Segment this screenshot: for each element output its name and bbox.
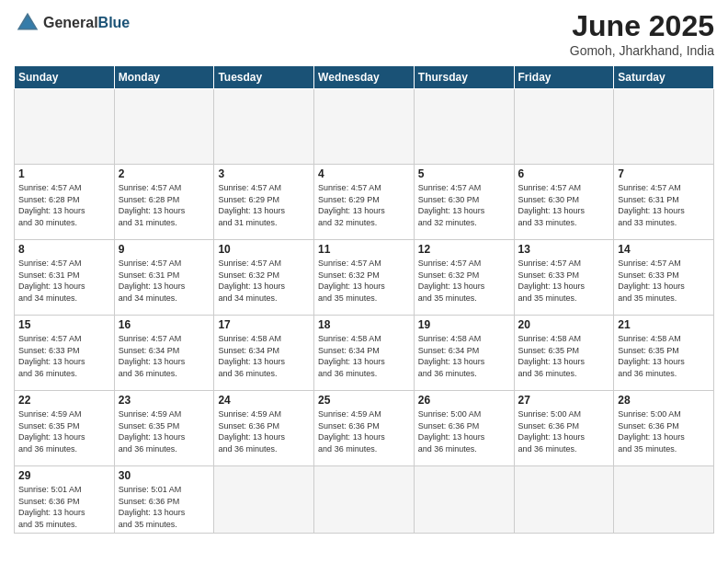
day-info: Sunrise: 4:58 AM Sunset: 6:35 PM Dayligh… — [618, 333, 710, 379]
col-tuesday: Tuesday — [214, 66, 314, 89]
day-number: 9 — [119, 243, 210, 256]
day-info: Sunrise: 4:57 AM Sunset: 6:30 PM Dayligh… — [418, 182, 510, 228]
day-info: Sunrise: 4:57 AM Sunset: 6:28 PM Dayligh… — [18, 182, 110, 228]
title-block: June 2025 Gomoh, Jharkhand, India — [570, 9, 714, 58]
table-row: 1Sunrise: 4:57 AM Sunset: 6:28 PM Daylig… — [15, 165, 115, 240]
day-info: Sunrise: 5:00 AM Sunset: 6:36 PM Dayligh… — [518, 408, 610, 454]
day-info: Sunrise: 4:59 AM Sunset: 6:35 PM Dayligh… — [18, 408, 110, 454]
day-info: Sunrise: 4:57 AM Sunset: 6:31 PM Dayligh… — [119, 258, 210, 304]
calendar-row — [15, 89, 714, 165]
col-friday: Friday — [514, 66, 614, 89]
day-info: Sunrise: 4:57 AM Sunset: 6:30 PM Dayligh… — [518, 182, 610, 228]
table-row — [414, 89, 514, 165]
table-row: 8Sunrise: 4:57 AM Sunset: 6:31 PM Daylig… — [15, 240, 115, 316]
table-row: 17Sunrise: 4:58 AM Sunset: 6:34 PM Dayli… — [214, 316, 314, 391]
day-info: Sunrise: 4:57 AM Sunset: 6:34 PM Dayligh… — [119, 333, 210, 379]
calendar-header-row: Sunday Monday Tuesday Wednesday Thursday… — [15, 66, 714, 89]
day-info: Sunrise: 4:57 AM Sunset: 6:33 PM Dayligh… — [18, 333, 110, 379]
table-row: 19Sunrise: 4:58 AM Sunset: 6:34 PM Dayli… — [414, 316, 514, 391]
day-info: Sunrise: 4:57 AM Sunset: 6:32 PM Dayligh… — [218, 258, 310, 304]
logo-general-text: General — [43, 15, 98, 31]
day-number: 19 — [418, 318, 510, 331]
header: General Blue June 2025 Gomoh, Jharkhand,… — [14, 9, 714, 58]
day-info: Sunrise: 4:57 AM Sunset: 6:32 PM Dayligh… — [418, 258, 510, 304]
day-number: 14 — [618, 243, 710, 256]
day-number: 4 — [318, 167, 410, 180]
table-row — [514, 466, 614, 534]
day-info: Sunrise: 5:01 AM Sunset: 6:36 PM Dayligh… — [18, 484, 110, 530]
day-number: 22 — [18, 394, 110, 407]
month-title: June 2025 — [570, 9, 714, 43]
day-number: 12 — [418, 243, 510, 256]
page: General Blue June 2025 Gomoh, Jharkhand,… — [0, 0, 728, 563]
day-info: Sunrise: 4:59 AM Sunset: 6:36 PM Dayligh… — [218, 408, 310, 454]
calendar-row: 8Sunrise: 4:57 AM Sunset: 6:31 PM Daylig… — [15, 240, 714, 316]
day-number: 25 — [318, 394, 410, 407]
table-row: 23Sunrise: 4:59 AM Sunset: 6:35 PM Dayli… — [114, 391, 214, 466]
day-info: Sunrise: 4:59 AM Sunset: 6:36 PM Dayligh… — [318, 408, 410, 454]
table-row: 13Sunrise: 4:57 AM Sunset: 6:33 PM Dayli… — [514, 240, 614, 316]
day-info: Sunrise: 4:57 AM Sunset: 6:32 PM Dayligh… — [318, 258, 410, 304]
table-row — [414, 466, 514, 534]
col-monday: Monday — [114, 66, 214, 89]
logo: General Blue — [14, 9, 130, 37]
table-row — [314, 89, 415, 165]
table-row: 5Sunrise: 4:57 AM Sunset: 6:30 PM Daylig… — [414, 165, 514, 240]
calendar-row: 1Sunrise: 4:57 AM Sunset: 6:28 PM Daylig… — [15, 165, 714, 240]
day-number: 13 — [518, 243, 610, 256]
table-row: 7Sunrise: 4:57 AM Sunset: 6:31 PM Daylig… — [614, 165, 714, 240]
table-row: 27Sunrise: 5:00 AM Sunset: 6:36 PM Dayli… — [514, 391, 614, 466]
day-number: 20 — [518, 318, 610, 331]
day-info: Sunrise: 4:57 AM Sunset: 6:33 PM Dayligh… — [618, 258, 710, 304]
day-number: 24 — [218, 394, 310, 407]
day-number: 17 — [218, 318, 310, 331]
col-wednesday: Wednesday — [314, 66, 415, 89]
day-number: 27 — [518, 394, 610, 407]
day-info: Sunrise: 5:00 AM Sunset: 6:36 PM Dayligh… — [418, 408, 510, 454]
day-number: 10 — [218, 243, 310, 256]
table-row: 26Sunrise: 5:00 AM Sunset: 6:36 PM Dayli… — [414, 391, 514, 466]
table-row: 18Sunrise: 4:58 AM Sunset: 6:34 PM Dayli… — [314, 316, 415, 391]
day-number: 29 — [18, 469, 110, 482]
day-number: 3 — [218, 167, 310, 180]
calendar-row: 15Sunrise: 4:57 AM Sunset: 6:33 PM Dayli… — [15, 316, 714, 391]
day-info: Sunrise: 4:59 AM Sunset: 6:35 PM Dayligh… — [119, 408, 210, 454]
col-sunday: Sunday — [15, 66, 115, 89]
day-info: Sunrise: 4:57 AM Sunset: 6:29 PM Dayligh… — [218, 182, 310, 228]
day-number: 16 — [119, 318, 210, 331]
day-info: Sunrise: 4:58 AM Sunset: 6:35 PM Dayligh… — [518, 333, 610, 379]
day-number: 7 — [618, 167, 710, 180]
day-info: Sunrise: 4:57 AM Sunset: 6:31 PM Dayligh… — [618, 182, 710, 228]
table-row: 20Sunrise: 4:58 AM Sunset: 6:35 PM Dayli… — [514, 316, 614, 391]
day-info: Sunrise: 4:57 AM Sunset: 6:29 PM Dayligh… — [318, 182, 410, 228]
table-row — [114, 89, 214, 165]
table-row: 16Sunrise: 4:57 AM Sunset: 6:34 PM Dayli… — [114, 316, 214, 391]
calendar-row: 29Sunrise: 5:01 AM Sunset: 6:36 PM Dayli… — [15, 466, 714, 534]
table-row: 4Sunrise: 4:57 AM Sunset: 6:29 PM Daylig… — [314, 165, 415, 240]
day-info: Sunrise: 5:00 AM Sunset: 6:36 PM Dayligh… — [618, 408, 710, 454]
day-number: 18 — [318, 318, 410, 331]
day-number: 23 — [119, 394, 210, 407]
general-blue-icon — [14, 9, 41, 37]
table-row: 10Sunrise: 4:57 AM Sunset: 6:32 PM Dayli… — [214, 240, 314, 316]
table-row — [514, 89, 614, 165]
day-info: Sunrise: 4:57 AM Sunset: 6:31 PM Dayligh… — [18, 258, 110, 304]
table-row — [15, 89, 115, 165]
day-info: Sunrise: 5:01 AM Sunset: 6:36 PM Dayligh… — [119, 484, 210, 530]
day-number: 21 — [618, 318, 710, 331]
day-number: 8 — [18, 243, 110, 256]
table-row: 22Sunrise: 4:59 AM Sunset: 6:35 PM Dayli… — [15, 391, 115, 466]
table-row — [214, 89, 314, 165]
table-row: 14Sunrise: 4:57 AM Sunset: 6:33 PM Dayli… — [614, 240, 714, 316]
day-number: 30 — [119, 469, 210, 482]
col-thursday: Thursday — [414, 66, 514, 89]
calendar-table: Sunday Monday Tuesday Wednesday Thursday… — [14, 65, 714, 534]
table-row — [614, 466, 714, 534]
logo-blue-text: Blue — [98, 15, 131, 31]
day-number: 26 — [418, 394, 510, 407]
table-row: 9Sunrise: 4:57 AM Sunset: 6:31 PM Daylig… — [114, 240, 214, 316]
day-number: 2 — [119, 167, 210, 180]
table-row: 24Sunrise: 4:59 AM Sunset: 6:36 PM Dayli… — [214, 391, 314, 466]
day-info: Sunrise: 4:57 AM Sunset: 6:28 PM Dayligh… — [119, 182, 210, 228]
day-number: 6 — [518, 167, 610, 180]
